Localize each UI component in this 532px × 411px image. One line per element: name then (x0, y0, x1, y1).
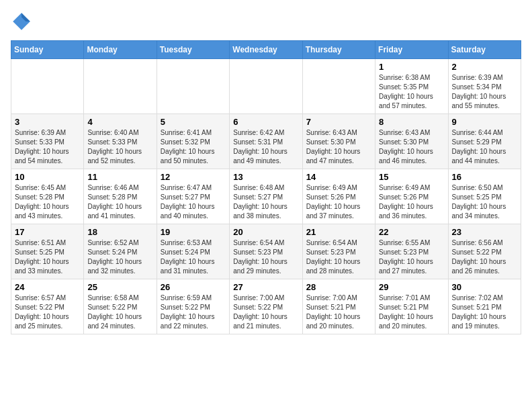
day-info: Sunrise: 6:58 AM Sunset: 5:22 PM Dayligh… (87, 293, 152, 331)
calendar-cell (230, 59, 302, 114)
day-info: Sunrise: 6:39 AM Sunset: 5:33 PM Dayligh… (15, 128, 80, 166)
calendar-cell: 12Sunrise: 6:47 AM Sunset: 5:27 PM Dayli… (157, 169, 229, 224)
day-info: Sunrise: 7:02 AM Sunset: 5:21 PM Dayligh… (452, 293, 517, 331)
day-info: Sunrise: 6:44 AM Sunset: 5:29 PM Dayligh… (452, 128, 517, 166)
calendar-table: SundayMondayTuesdayWednesdayThursdayFrid… (11, 40, 521, 334)
calendar-cell: 28Sunrise: 7:00 AM Sunset: 5:21 PM Dayli… (302, 279, 375, 334)
day-number: 13 (233, 172, 298, 182)
calendar-week: 10Sunrise: 6:45 AM Sunset: 5:28 PM Dayli… (11, 169, 521, 224)
calendar-cell: 19Sunrise: 6:53 AM Sunset: 5:24 PM Dayli… (157, 224, 229, 279)
day-info: Sunrise: 6:38 AM Sunset: 5:35 PM Dayligh… (379, 73, 444, 111)
calendar-week: 1Sunrise: 6:38 AM Sunset: 5:35 PM Daylig… (11, 59, 521, 114)
day-info: Sunrise: 6:49 AM Sunset: 5:26 PM Dayligh… (306, 183, 371, 221)
day-info: Sunrise: 7:00 AM Sunset: 5:22 PM Dayligh… (233, 293, 298, 331)
calendar-cell (302, 59, 375, 114)
day-number: 4 (87, 117, 152, 127)
calendar-week: 3Sunrise: 6:39 AM Sunset: 5:33 PM Daylig… (11, 114, 521, 169)
weekday-header: Saturday (448, 41, 521, 59)
day-number: 7 (306, 117, 371, 127)
calendar-body: 1Sunrise: 6:38 AM Sunset: 5:35 PM Daylig… (11, 59, 521, 334)
day-number: 23 (452, 227, 517, 237)
calendar-cell: 7Sunrise: 6:43 AM Sunset: 5:30 PM Daylig… (302, 114, 375, 169)
day-number: 15 (379, 172, 444, 182)
day-info: Sunrise: 6:53 AM Sunset: 5:24 PM Dayligh… (161, 238, 226, 276)
day-number: 19 (161, 227, 226, 237)
weekday-header: Thursday (302, 41, 375, 59)
logo (11, 11, 35, 32)
logo-icon (11, 11, 32, 32)
day-number: 3 (15, 117, 80, 127)
day-number: 20 (233, 227, 298, 237)
calendar-cell (84, 59, 157, 114)
calendar-week: 17Sunrise: 6:51 AM Sunset: 5:25 PM Dayli… (11, 224, 521, 279)
calendar-cell: 11Sunrise: 6:46 AM Sunset: 5:28 PM Dayli… (84, 169, 157, 224)
calendar-week: 24Sunrise: 6:57 AM Sunset: 5:22 PM Dayli… (11, 279, 521, 334)
day-info: Sunrise: 7:01 AM Sunset: 5:21 PM Dayligh… (379, 293, 444, 331)
day-number: 24 (15, 282, 80, 292)
day-info: Sunrise: 7:00 AM Sunset: 5:21 PM Dayligh… (306, 293, 371, 331)
day-number: 2 (452, 62, 517, 72)
weekday-header: Friday (375, 41, 448, 59)
day-info: Sunrise: 6:52 AM Sunset: 5:24 PM Dayligh… (87, 238, 152, 276)
day-number: 30 (452, 282, 517, 292)
calendar-cell: 30Sunrise: 7:02 AM Sunset: 5:21 PM Dayli… (448, 279, 521, 334)
day-info: Sunrise: 6:55 AM Sunset: 5:23 PM Dayligh… (379, 238, 444, 276)
calendar-cell: 25Sunrise: 6:58 AM Sunset: 5:22 PM Dayli… (84, 279, 157, 334)
day-number: 5 (161, 117, 226, 127)
calendar-header: SundayMondayTuesdayWednesdayThursdayFrid… (11, 41, 521, 59)
calendar-cell: 4Sunrise: 6:40 AM Sunset: 5:33 PM Daylig… (84, 114, 157, 169)
day-info: Sunrise: 6:43 AM Sunset: 5:30 PM Dayligh… (306, 128, 371, 166)
calendar-cell: 14Sunrise: 6:49 AM Sunset: 5:26 PM Dayli… (302, 169, 375, 224)
weekday-header: Wednesday (230, 41, 302, 59)
day-number: 26 (161, 282, 226, 292)
day-number: 11 (87, 172, 152, 182)
day-info: Sunrise: 6:43 AM Sunset: 5:30 PM Dayligh… (379, 128, 444, 166)
day-info: Sunrise: 6:56 AM Sunset: 5:22 PM Dayligh… (452, 238, 517, 276)
day-number: 12 (161, 172, 226, 182)
day-number: 10 (15, 172, 80, 182)
calendar-cell: 18Sunrise: 6:52 AM Sunset: 5:24 PM Dayli… (84, 224, 157, 279)
day-number: 9 (452, 117, 517, 127)
day-info: Sunrise: 6:49 AM Sunset: 5:26 PM Dayligh… (379, 183, 444, 221)
calendar-cell: 23Sunrise: 6:56 AM Sunset: 5:22 PM Dayli… (448, 224, 521, 279)
calendar-cell: 27Sunrise: 7:00 AM Sunset: 5:22 PM Dayli… (230, 279, 302, 334)
page-header (11, 11, 521, 32)
day-number: 6 (233, 117, 298, 127)
weekday-header: Monday (84, 41, 157, 59)
day-info: Sunrise: 6:47 AM Sunset: 5:27 PM Dayligh… (161, 183, 226, 221)
calendar-cell: 17Sunrise: 6:51 AM Sunset: 5:25 PM Dayli… (11, 224, 84, 279)
day-number: 25 (87, 282, 152, 292)
day-number: 16 (452, 172, 517, 182)
calendar-cell: 13Sunrise: 6:48 AM Sunset: 5:27 PM Dayli… (230, 169, 302, 224)
day-info: Sunrise: 6:39 AM Sunset: 5:34 PM Dayligh… (452, 73, 517, 111)
day-number: 29 (379, 282, 444, 292)
day-number: 27 (233, 282, 298, 292)
day-info: Sunrise: 6:41 AM Sunset: 5:32 PM Dayligh… (161, 128, 226, 166)
day-info: Sunrise: 6:46 AM Sunset: 5:28 PM Dayligh… (87, 183, 152, 221)
day-info: Sunrise: 6:42 AM Sunset: 5:31 PM Dayligh… (233, 128, 298, 166)
calendar-cell: 22Sunrise: 6:55 AM Sunset: 5:23 PM Dayli… (375, 224, 448, 279)
calendar-cell (11, 59, 84, 114)
day-number: 18 (87, 227, 152, 237)
calendar-cell: 3Sunrise: 6:39 AM Sunset: 5:33 PM Daylig… (11, 114, 84, 169)
day-number: 17 (15, 227, 80, 237)
calendar-cell: 10Sunrise: 6:45 AM Sunset: 5:28 PM Dayli… (11, 169, 84, 224)
calendar-cell: 29Sunrise: 7:01 AM Sunset: 5:21 PM Dayli… (375, 279, 448, 334)
day-number: 22 (379, 227, 444, 237)
calendar-cell: 26Sunrise: 6:59 AM Sunset: 5:22 PM Dayli… (157, 279, 229, 334)
day-info: Sunrise: 6:48 AM Sunset: 5:27 PM Dayligh… (233, 183, 298, 221)
calendar-cell: 15Sunrise: 6:49 AM Sunset: 5:26 PM Dayli… (375, 169, 448, 224)
day-info: Sunrise: 6:54 AM Sunset: 5:23 PM Dayligh… (233, 238, 298, 276)
day-number: 28 (306, 282, 371, 292)
calendar-cell: 9Sunrise: 6:44 AM Sunset: 5:29 PM Daylig… (448, 114, 521, 169)
day-info: Sunrise: 6:40 AM Sunset: 5:33 PM Dayligh… (87, 128, 152, 166)
calendar-cell: 24Sunrise: 6:57 AM Sunset: 5:22 PM Dayli… (11, 279, 84, 334)
day-info: Sunrise: 6:57 AM Sunset: 5:22 PM Dayligh… (15, 293, 80, 331)
day-info: Sunrise: 6:45 AM Sunset: 5:28 PM Dayligh… (15, 183, 80, 221)
calendar-cell (157, 59, 229, 114)
day-info: Sunrise: 6:50 AM Sunset: 5:25 PM Dayligh… (452, 183, 517, 221)
calendar-cell: 5Sunrise: 6:41 AM Sunset: 5:32 PM Daylig… (157, 114, 229, 169)
weekday-header: Tuesday (157, 41, 229, 59)
day-info: Sunrise: 6:51 AM Sunset: 5:25 PM Dayligh… (15, 238, 80, 276)
day-info: Sunrise: 6:59 AM Sunset: 5:22 PM Dayligh… (161, 293, 226, 331)
